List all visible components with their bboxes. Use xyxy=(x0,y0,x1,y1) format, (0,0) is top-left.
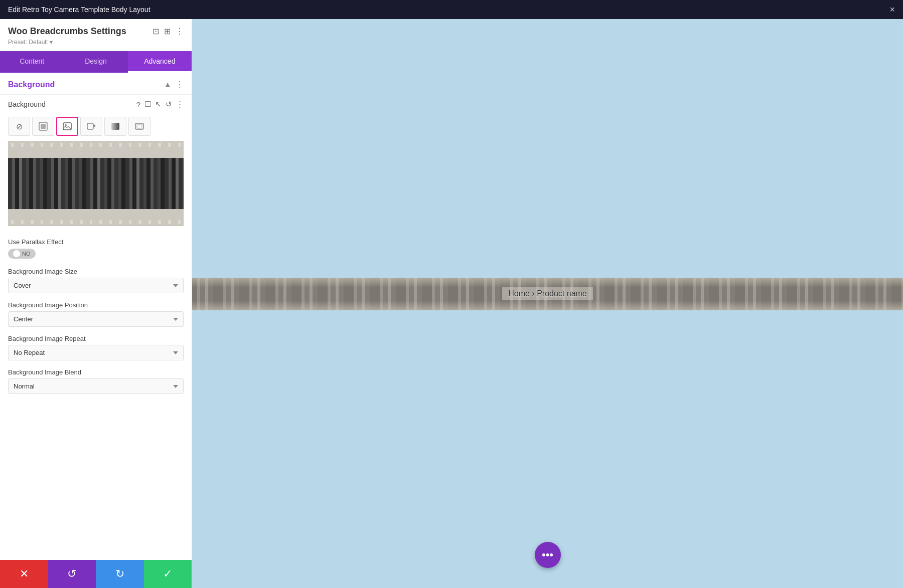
breadcrumb-text: Home › Product name xyxy=(502,287,593,300)
image-position-label: Background Image Position xyxy=(8,301,184,309)
panel-icon-layout[interactable]: ⊞ xyxy=(164,27,171,36)
breadcrumb-separator: › xyxy=(532,289,537,298)
section-actions: ▲ ⋮ xyxy=(164,80,184,89)
breadcrumb-home: Home xyxy=(508,289,530,298)
section-title: Background xyxy=(8,80,55,89)
image-repeat-label: Background Image Repeat xyxy=(8,335,184,342)
title-bar: Edit Retro Toy Camera Template Body Layo… xyxy=(0,0,903,19)
left-panel: Woo Breadcrumbs Settings ⊡ ⊞ ⋮ Preset: D… xyxy=(0,19,192,588)
cancel-button[interactable]: ✕ xyxy=(0,560,48,588)
image-repeat-row: Background Image Repeat No Repeat Repeat… xyxy=(0,331,192,364)
image-blend-label: Background Image Blend xyxy=(8,368,184,376)
panel-content: Background ▲ ⋮ Background ? ☐ ↖ ↺ ⋮ xyxy=(0,73,192,560)
panel-icon-more[interactable]: ⋮ xyxy=(176,27,184,36)
image-position-select[interactable]: Center Top Left Top Center Top Right Cen… xyxy=(8,311,184,327)
tabs: Content Design Advanced xyxy=(0,51,192,73)
fab-icon: ••• xyxy=(542,548,553,561)
preview-area: Home › Product name ••• xyxy=(192,19,903,588)
cancel-icon: ✕ xyxy=(20,567,29,580)
redo-button[interactable]: ↻ xyxy=(96,560,144,588)
section-more-icon[interactable]: ⋮ xyxy=(176,80,184,89)
title-bar-close-icon[interactable]: × xyxy=(889,5,895,15)
tab-content[interactable]: Content xyxy=(0,51,64,73)
bg-type-image[interactable] xyxy=(56,117,78,136)
bg-type-gradient[interactable] xyxy=(104,117,126,136)
bg-mobile-icon[interactable]: ☐ xyxy=(144,100,151,109)
panel-title: Woo Breadcrumbs Settings xyxy=(8,26,126,37)
breadcrumb-band: Home › Product name xyxy=(192,278,903,310)
preset-label[interactable]: Preset: Default ▾ xyxy=(8,39,184,46)
tab-design[interactable]: Design xyxy=(64,51,127,73)
image-blend-select[interactable]: Normal Multiply Screen Overlay Darken Li… xyxy=(8,378,184,394)
image-size-row: Background Image Size Cover Contain Auto… xyxy=(0,264,192,297)
save-button[interactable]: ✓ xyxy=(144,560,192,588)
title-bar-title: Edit Retro Toy Camera Template Body Layo… xyxy=(8,6,150,14)
image-size-label: Background Image Size xyxy=(8,268,184,275)
breadcrumb-product: Product name xyxy=(537,289,587,298)
parallax-setting: Use Parallax Effect NO xyxy=(0,233,192,264)
film-strip-preview xyxy=(8,141,184,226)
bg-type-video[interactable] xyxy=(80,117,102,136)
background-label: Background xyxy=(8,100,46,108)
background-tools: ? ☐ ↖ ↺ ⋮ xyxy=(136,100,184,109)
image-size-select[interactable]: Cover Contain Auto Custom xyxy=(8,278,184,293)
bg-reset-icon[interactable]: ↺ xyxy=(166,100,172,109)
bg-more-icon[interactable]: ⋮ xyxy=(176,100,184,109)
background-type-row: ⊘ xyxy=(0,114,192,141)
panel-title-icons: ⊡ ⊞ ⋮ xyxy=(153,27,184,36)
image-preview[interactable] xyxy=(8,141,184,226)
bg-pointer-icon[interactable]: ↖ xyxy=(155,100,162,109)
bg-type-color[interactable] xyxy=(32,117,54,136)
bottom-bar: ✕ ↺ ↻ ✓ xyxy=(0,560,192,588)
image-position-row: Background Image Position Center Top Lef… xyxy=(0,297,192,331)
redo-icon: ↻ xyxy=(115,567,124,580)
tab-advanced[interactable]: Advanced xyxy=(128,51,192,73)
svg-point-3 xyxy=(65,124,67,126)
image-blend-row: Background Image Blend Normal Multiply S… xyxy=(0,364,192,398)
parallax-toggle[interactable]: NO xyxy=(8,249,36,259)
undo-button[interactable]: ↺ xyxy=(48,560,96,588)
section-header: Background ▲ ⋮ xyxy=(0,73,192,95)
bg-help-icon[interactable]: ? xyxy=(136,100,140,109)
section-collapse-icon[interactable]: ▲ xyxy=(164,80,172,89)
fab-button[interactable]: ••• xyxy=(535,542,561,568)
bg-type-none[interactable]: ⊘ xyxy=(8,117,30,136)
background-row: Background ? ☐ ↖ ↺ ⋮ xyxy=(0,95,192,114)
svg-rect-7 xyxy=(137,125,142,128)
svg-rect-5 xyxy=(111,123,119,130)
panel-header: Woo Breadcrumbs Settings ⊡ ⊞ ⋮ Preset: D… xyxy=(0,19,192,51)
parallax-label: Use Parallax Effect xyxy=(8,238,184,246)
svg-rect-2 xyxy=(63,123,71,130)
undo-icon: ↺ xyxy=(67,567,76,580)
main-layout: Woo Breadcrumbs Settings ⊡ ⊞ ⋮ Preset: D… xyxy=(0,19,903,588)
panel-icon-expand[interactable]: ⊡ xyxy=(153,27,159,36)
svg-rect-4 xyxy=(87,123,93,129)
svg-rect-1 xyxy=(41,124,46,129)
bg-type-slideshow[interactable] xyxy=(128,117,150,136)
image-repeat-select[interactable]: No Repeat Repeat Repeat X Repeat Y xyxy=(8,345,184,360)
save-icon: ✓ xyxy=(163,567,172,580)
